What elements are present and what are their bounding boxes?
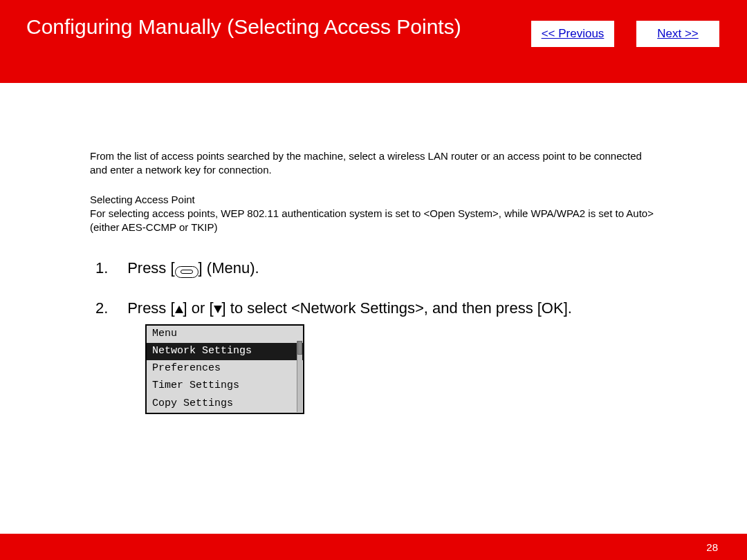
- menu-button-icon: [175, 266, 199, 278]
- step2-mid: ] or [: [183, 299, 214, 317]
- sub-paragraph: For selecting access points, WEP 802.11 …: [90, 207, 657, 235]
- step2-prefix: Press [: [127, 299, 174, 317]
- step-1: Press [] (Menu).: [90, 258, 657, 279]
- lcd-item-copy-settings: Copy Settings: [147, 395, 303, 413]
- lcd-item-network-settings: Network Settings: [147, 343, 303, 360]
- step1-prefix: Press [: [127, 259, 174, 277]
- page-number: 28: [706, 541, 718, 553]
- next-link[interactable]: Next >>: [657, 27, 699, 41]
- lcd-item-timer-settings: Timer Settings: [147, 377, 303, 395]
- previous-link[interactable]: << Previous: [542, 27, 605, 41]
- lcd-screenshot: Menu Network Settings Preferences Timer …: [145, 324, 304, 414]
- page-footer: 28: [0, 534, 747, 560]
- intro-paragraph: From the list of access points searched …: [90, 149, 657, 178]
- down-arrow-icon: [214, 306, 222, 313]
- nav-buttons: << Previous Next >>: [531, 21, 719, 47]
- page-header: Configuring Manually (Selecting Access P…: [0, 0, 747, 83]
- step1-suffix: ] (Menu).: [199, 259, 259, 277]
- content-area: From the list of access points searched …: [0, 83, 747, 414]
- lcd-item-preferences: Preferences: [147, 360, 303, 377]
- sub-heading: Selecting Access Point: [90, 193, 657, 207]
- step2-suffix: ] to select <Network Settings>, and then…: [222, 299, 572, 317]
- up-arrow-icon: [175, 306, 183, 313]
- previous-button[interactable]: << Previous: [531, 21, 614, 47]
- next-button[interactable]: Next >>: [636, 21, 719, 47]
- lcd-scrollbar-thumb: [297, 341, 302, 355]
- lcd-title-row: Menu: [147, 326, 303, 343]
- lcd-scrollbar: [297, 341, 302, 412]
- step-list: Press [] (Menu). Press [] or [] to selec…: [90, 258, 657, 414]
- step-2: Press [] or [] to select <Network Settin…: [90, 298, 657, 414]
